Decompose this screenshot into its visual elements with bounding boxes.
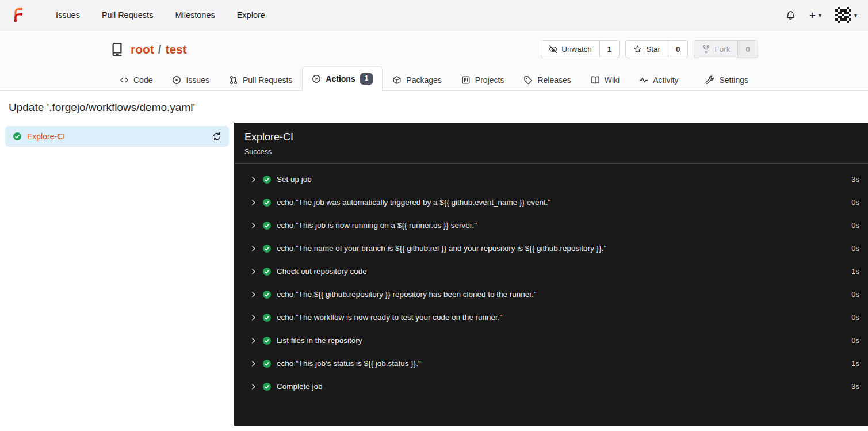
repo-owner-link[interactable]: root xyxy=(131,43,154,56)
job-step-row[interactable]: echo "The workflow is now ready to test … xyxy=(234,306,868,329)
repo-icon xyxy=(110,42,124,56)
step-duration: 0s xyxy=(851,198,859,207)
wiki-icon xyxy=(591,75,600,85)
step-duration: 1s xyxy=(851,267,859,276)
caret-down-icon: ▾ xyxy=(819,12,821,18)
forgejo-logo[interactable] xyxy=(11,7,26,23)
job-title: Explore-CI xyxy=(244,131,858,143)
actions-icon xyxy=(312,74,321,83)
job-step-row[interactable]: echo "The job was automatically triggere… xyxy=(234,191,868,214)
tab-projects[interactable]: Projects xyxy=(452,68,514,91)
rerun-job-button[interactable] xyxy=(212,132,221,141)
job-steps-list: Set up job 3s echo "The job was automati… xyxy=(234,164,868,402)
repo-title-row: root / test Unwatch 1 xyxy=(110,40,758,58)
activity-icon xyxy=(639,75,648,85)
job-step-row[interactable]: echo "This job is now running on a ${{ r… xyxy=(234,214,868,237)
job-step-row[interactable]: Check out repository code 1s xyxy=(234,260,868,283)
success-icon xyxy=(13,132,22,141)
step-duration: 0s xyxy=(851,336,859,345)
button-label: Star xyxy=(646,45,660,54)
success-icon xyxy=(262,313,272,322)
tab-issues[interactable]: Issues xyxy=(162,68,219,91)
chevron-right-icon[interactable] xyxy=(250,199,257,206)
issues-icon xyxy=(172,75,181,85)
repo-name-link[interactable]: test xyxy=(165,43,186,56)
chevron-right-icon[interactable] xyxy=(250,268,257,275)
create-new-button[interactable]: + ▾ xyxy=(809,10,821,21)
job-step-row[interactable]: echo "This job's status is ${{ job.statu… xyxy=(234,352,868,375)
step-duration: 0s xyxy=(851,290,859,299)
success-icon xyxy=(262,336,272,345)
step-name: Set up job xyxy=(277,175,312,184)
job-step-row[interactable]: Complete job 3s xyxy=(234,375,868,398)
fork-button[interactable]: Fork 0 xyxy=(694,40,758,58)
tab-packages[interactable]: Packages xyxy=(383,68,451,91)
tab-releases[interactable]: Releases xyxy=(514,68,580,91)
tab-label: Projects xyxy=(475,75,504,85)
job-step-row[interactable]: List files in the repository 0s xyxy=(234,329,868,352)
nav-item-explore[interactable]: Explore xyxy=(226,10,276,20)
chevron-right-icon[interactable] xyxy=(250,222,257,229)
tab-wiki[interactable]: Wiki xyxy=(581,68,629,91)
tab-settings[interactable]: Settings xyxy=(695,68,758,91)
chevron-right-icon[interactable] xyxy=(250,337,257,344)
topnav-links: Issues Pull Requests Milestones Explore xyxy=(45,10,276,20)
tab-actions[interactable]: Actions 1 xyxy=(302,66,383,91)
tab-label: Activity xyxy=(653,75,678,85)
tab-pull-requests[interactable]: Pull Requests xyxy=(219,68,302,91)
job-list-item-explore-ci[interactable]: Explore-CI xyxy=(5,126,229,147)
releases-icon xyxy=(523,75,533,85)
projects-icon xyxy=(461,75,471,85)
button-count[interactable]: 0 xyxy=(737,41,758,58)
code-icon xyxy=(120,75,129,85)
button-count[interactable]: 1 xyxy=(599,41,620,58)
unwatch-button[interactable]: Unwatch 1 xyxy=(541,40,620,58)
success-icon xyxy=(262,198,272,207)
success-icon xyxy=(262,359,272,368)
star-button[interactable]: Star 0 xyxy=(625,40,688,58)
job-step-row[interactable]: Set up job 3s xyxy=(234,168,868,191)
tab-code[interactable]: Code xyxy=(110,68,162,91)
job-name: Explore-CI xyxy=(27,132,207,141)
chevron-right-icon[interactable] xyxy=(250,291,257,298)
jobs-sidebar: Explore-CI xyxy=(0,123,234,426)
user-avatar xyxy=(835,7,851,23)
forgejo-logo-icon xyxy=(11,7,26,23)
tab-count-badge: 1 xyxy=(360,73,373,85)
chevron-right-icon[interactable] xyxy=(250,314,257,321)
user-menu-button[interactable]: ▾ xyxy=(835,7,857,23)
tab-label: Actions xyxy=(326,74,355,83)
chevron-right-icon[interactable] xyxy=(250,360,257,367)
success-icon xyxy=(262,244,272,253)
notifications-button[interactable] xyxy=(786,10,796,20)
success-icon xyxy=(262,175,272,184)
job-step-row[interactable]: echo "The ${{ github.repository }} repos… xyxy=(234,283,868,306)
caret-down-icon: ▾ xyxy=(854,12,857,18)
step-name: echo "The ${{ github.repository }} repos… xyxy=(277,290,537,299)
chevron-right-icon[interactable] xyxy=(250,245,257,252)
chevron-right-icon[interactable] xyxy=(250,383,257,390)
step-duration: 1s xyxy=(851,359,859,368)
success-icon xyxy=(262,221,272,230)
success-icon xyxy=(262,267,272,276)
settings-icon xyxy=(705,75,714,85)
success-icon xyxy=(262,290,272,299)
job-log-header: Explore-CI Success xyxy=(234,123,868,164)
repo-path-separator: / xyxy=(158,43,162,56)
plus-icon: + xyxy=(809,10,816,21)
repo-name: root / test xyxy=(131,43,187,56)
button-label: Unwatch xyxy=(561,45,592,54)
job-step-row[interactable]: echo "The name of your branch is ${{ git… xyxy=(234,237,868,260)
step-name: List files in the repository xyxy=(277,336,362,345)
nav-item-issues[interactable]: Issues xyxy=(45,10,91,20)
button-count[interactable]: 0 xyxy=(668,41,688,58)
tab-activity[interactable]: Activity xyxy=(629,68,688,91)
chevron-right-icon[interactable] xyxy=(250,176,257,183)
repo-tabs: Code Issues Pull Requests Act xyxy=(110,66,758,91)
nav-item-milestones[interactable]: Milestones xyxy=(164,10,225,20)
nav-item-pull-requests[interactable]: Pull Requests xyxy=(91,10,164,20)
pull-request-icon xyxy=(229,75,238,85)
star-icon xyxy=(633,45,642,54)
button-label: Fork xyxy=(714,45,730,54)
tab-label: Pull Requests xyxy=(243,75,292,85)
